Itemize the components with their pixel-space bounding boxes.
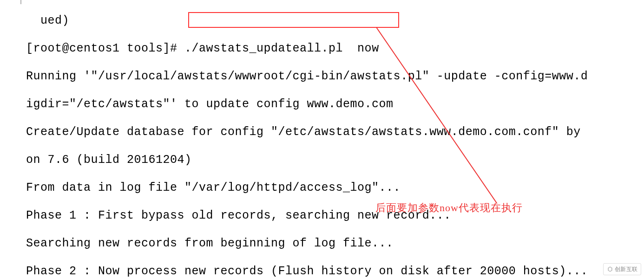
watermark-logo-icon (607, 266, 613, 272)
terminal-line: ued) (26, 14, 644, 28)
annotation-text: 后面要加参数now代表现在执行 (375, 201, 523, 215)
terminal-prompt: [root@centos1 tools]# (26, 42, 184, 55)
terminal-line: on 7.6 (build 20161204) (26, 153, 644, 167)
terminal[interactable]: ued) [root@centos1 tools]# ./awstats_upd… (26, 0, 644, 278)
watermark-text: 创新互联 (615, 262, 638, 276)
terminal-line: Phase 1 : First bypass old records, sear… (26, 209, 644, 223)
vertical-rule-left (20, 0, 21, 4)
watermark: 创新互联 (603, 263, 641, 275)
terminal-prompt-line: [root@centos1 tools]# ./awstats_updateal… (26, 42, 644, 56)
terminal-line: Phase 2 : Now process new records (Flush… (26, 265, 644, 278)
terminal-line: Running '"/usr/local/awstats/wwwroot/cgi… (26, 70, 644, 84)
terminal-line: Searching new records from beginning of … (26, 237, 644, 251)
terminal-line: igdir="/etc/awstats"' to update config w… (26, 97, 644, 111)
terminal-command: ./awstats_updateall.pl now (184, 42, 379, 55)
terminal-line: Create/Update database for config "/etc/… (26, 125, 644, 139)
terminal-line: From data in log file "/var/log/httpd/ac… (26, 181, 644, 195)
